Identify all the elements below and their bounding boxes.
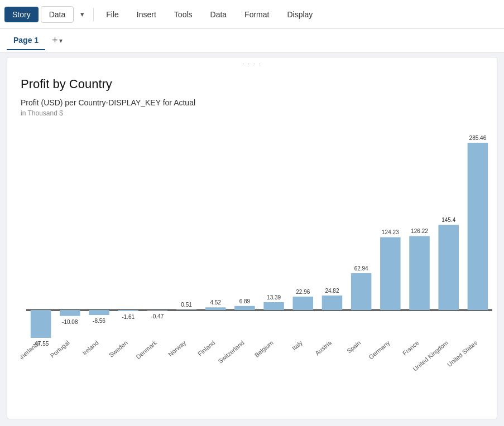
x-label-4: Denmark	[135, 339, 158, 360]
bar-label-15: 285.46	[469, 135, 487, 141]
menu-format[interactable]: Format	[237, 7, 277, 22]
menu-data[interactable]: Data	[203, 7, 235, 22]
x-label-6: Finland	[196, 339, 216, 357]
bar-label-10: 24.82	[325, 288, 339, 294]
x-label-2: Ireland	[81, 339, 99, 356]
bar-label-3: -1.61	[122, 314, 135, 320]
bar-label-9: 22.96	[296, 289, 310, 295]
add-page-plus[interactable]: +	[52, 35, 58, 46]
x-label-7: Switzerland	[217, 339, 245, 365]
bar-label-5: 0.51	[181, 302, 192, 308]
x-label-5: Norway	[167, 339, 188, 357]
bar-label-7: 6.89	[239, 298, 251, 304]
add-page-chevron[interactable]: ▾	[59, 37, 63, 45]
add-page-button[interactable]: + ▾	[47, 32, 67, 49]
tab-story[interactable]: Story	[4, 7, 39, 22]
menu-bar: Story Data ▾ File Insert Tools Data Form…	[0, 0, 504, 29]
chart-title: Profit by Country	[21, 77, 483, 91]
menu-insert[interactable]: Insert	[129, 7, 164, 22]
tab-page1[interactable]: Page 1	[7, 31, 45, 50]
chart-subtitle: Profit (USD) per Country-DISPLAY_KEY for…	[21, 98, 483, 107]
chart-unit: in Thousand $	[21, 109, 483, 117]
bar-united-states[interactable]	[468, 143, 488, 310]
bar-label-11: 62.94	[354, 265, 368, 272]
x-label-0: Netherlands	[21, 339, 42, 366]
bar-label-1: -10.08	[62, 319, 78, 325]
bar-germany[interactable]	[380, 237, 401, 310]
bar-chart-svg: -47.55Netherlands-10.08Portugal-8.56Irel…	[21, 126, 497, 399]
bar-france[interactable]	[409, 236, 430, 310]
menu-display[interactable]: Display	[279, 7, 320, 22]
bar-label-14: 145.4	[441, 217, 455, 223]
menu-tools[interactable]: Tools	[166, 7, 200, 22]
bar-switzerland[interactable]	[234, 306, 255, 310]
bar-label-6: 4.52	[210, 299, 221, 306]
bar-label-2: -8.56	[93, 318, 105, 324]
page-tabs-bar: Page 1 + ▾	[0, 29, 504, 52]
bar-sweden[interactable]	[118, 310, 138, 311]
x-label-11: Spain	[345, 339, 362, 354]
x-label-15: United States	[446, 339, 479, 368]
x-label-3: Sweden	[108, 339, 129, 359]
bar-netherlands[interactable]	[31, 310, 51, 338]
bar-portugal[interactable]	[60, 310, 80, 316]
drag-handle: · · · ·	[7, 57, 497, 68]
x-label-1: Portugal	[49, 339, 70, 359]
bar-label-12: 124.23	[382, 229, 399, 235]
bar-united-kingdom[interactable]	[438, 225, 459, 310]
content-area: · · · · Profit by Country Profit (USD) p…	[7, 57, 497, 419]
tab-data[interactable]: Data	[41, 6, 74, 23]
bar-spain[interactable]	[351, 273, 372, 310]
menu-file[interactable]: File	[98, 7, 127, 22]
menu-chevron[interactable]: ▾	[76, 7, 89, 22]
chart-svg-wrapper: -47.55Netherlands-10.08Portugal-8.56Irel…	[21, 126, 483, 401]
x-label-10: Austria	[314, 339, 333, 357]
bar-finland[interactable]	[205, 307, 226, 310]
menu-separator	[93, 8, 94, 21]
x-label-12: Germany	[367, 339, 391, 361]
bar-norway[interactable]	[176, 309, 197, 310]
x-label-13: France	[401, 339, 420, 356]
bar-label-4: -0.47	[151, 313, 164, 320]
bar-ireland[interactable]	[89, 310, 109, 315]
bar-austria[interactable]	[322, 296, 343, 310]
bar-italy[interactable]	[293, 297, 314, 310]
chart-container: Profit by Country Profit (USD) per Count…	[7, 68, 497, 407]
bar-label-13: 126.22	[411, 228, 428, 234]
x-label-9: Italy	[291, 339, 304, 351]
bar-belgium[interactable]	[263, 302, 284, 310]
bar-label-8: 13.39	[267, 294, 281, 301]
x-label-8: Belgium	[253, 339, 275, 359]
